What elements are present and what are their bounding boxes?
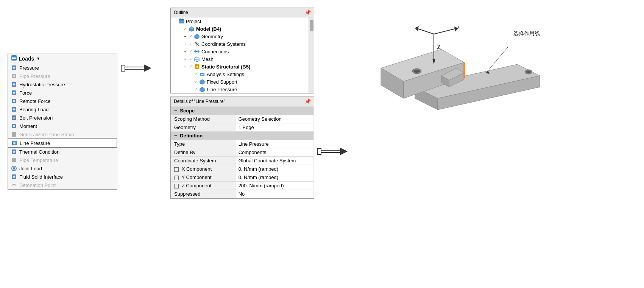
static-check: ✓ bbox=[189, 64, 192, 69]
tree-item-coords[interactable]: + ✓ Coordinate Systems bbox=[181, 40, 309, 48]
moment-icon bbox=[11, 123, 17, 129]
pipe-temp-label: Pipe Temperature bbox=[19, 157, 58, 163]
key-type: Type bbox=[171, 140, 235, 148]
key-scoping-method: Scoping Method bbox=[171, 115, 235, 123]
row-x-component: X Component 0. N/mm (ramped) bbox=[171, 165, 314, 173]
chinese-label: 选择作用线 bbox=[513, 30, 540, 37]
menu-item-joint-load[interactable]: Joint Load bbox=[8, 164, 117, 173]
tree-label-mesh: Mesh bbox=[201, 56, 214, 62]
row-y-component: Y Component 0. N/mm (ramped) bbox=[171, 173, 314, 182]
line-pressure-label: Line Pressure bbox=[20, 140, 50, 146]
pipe-pressure-label: Pipe Pressure bbox=[19, 73, 50, 79]
moment-label: Moment bbox=[19, 123, 37, 129]
val-define-by: Components bbox=[235, 148, 313, 157]
svg-point-26 bbox=[13, 167, 15, 170]
expand-coords[interactable]: + bbox=[183, 42, 187, 46]
menu-item-pipe-pressure[interactable]: Pipe Pressure bbox=[8, 72, 117, 80]
tree-item-geometry[interactable]: + ✓ Geometry bbox=[181, 33, 309, 40]
menu-item-bearing[interactable]: Bearing Load bbox=[8, 105, 117, 114]
menu-item-thermal[interactable]: Thermal Condition bbox=[8, 148, 117, 156]
menu-item-line-pressure[interactable]: Line Pressure bbox=[8, 139, 117, 148]
tree-item-model[interactable]: − ✓ Model (B4) bbox=[176, 25, 309, 33]
menu-item-pipe-temp[interactable]: Pipe Temperature bbox=[8, 156, 117, 164]
expand-definition[interactable]: − bbox=[174, 133, 177, 139]
line-pressure-icon bbox=[11, 140, 17, 146]
expand-model[interactable]: − bbox=[178, 27, 182, 31]
force-label: Force bbox=[19, 90, 32, 96]
fluid-solid-icon bbox=[11, 174, 17, 180]
svg-rect-37 bbox=[182, 19, 183, 20]
detonation-label: Detonation Point bbox=[19, 182, 56, 188]
checkbox-z[interactable] bbox=[174, 184, 179, 188]
section-definition: − Definition bbox=[171, 132, 314, 140]
expand-scope[interactable]: − bbox=[174, 108, 177, 114]
model-check: ✓ bbox=[184, 26, 187, 31]
geometry-check: ✓ bbox=[189, 34, 192, 39]
hydrostatic-label: Hydrostatic Pressure bbox=[19, 82, 65, 87]
val-y-component: 0. N/mm (ramped) bbox=[235, 173, 313, 182]
tree-item-fixed[interactable]: ✓ Fixed Support bbox=[187, 78, 309, 86]
tree-content: Project − ✓ Model (B4) bbox=[171, 17, 309, 93]
svg-rect-0 bbox=[11, 55, 17, 61]
loads-icon bbox=[11, 55, 17, 62]
menu-item-moment[interactable]: Moment bbox=[8, 122, 117, 130]
line-pressure-tree-icon bbox=[199, 86, 205, 92]
tree-label-connections: Connections bbox=[201, 49, 229, 54]
svg-marker-55 bbox=[200, 79, 204, 84]
hydrostatic-icon bbox=[11, 81, 17, 87]
val-geometry: 1 Edge bbox=[235, 123, 313, 132]
menu-item-fluid-solid[interactable]: Fluid Solid Interface bbox=[8, 173, 117, 181]
pressure-icon bbox=[11, 65, 17, 71]
val-x-component: 0. N/mm (ramped) bbox=[235, 165, 313, 173]
connections-check: ✓ bbox=[189, 49, 192, 54]
val-coord-system: Global Coordinate System bbox=[235, 157, 313, 165]
fixed-support-icon bbox=[199, 79, 205, 85]
menu-item-force[interactable]: Force bbox=[8, 89, 117, 97]
row-coord-system: Coordinate System Global Coordinate Syst… bbox=[171, 157, 314, 165]
svg-marker-56 bbox=[200, 87, 204, 92]
key-x-component: X Component bbox=[171, 165, 235, 173]
menu-item-remote-force[interactable]: Remote Force bbox=[8, 97, 117, 105]
arrow-2 bbox=[317, 144, 351, 159]
tree-item-analysis[interactable]: ✓ Analysis Settings bbox=[187, 70, 309, 78]
menu-item-hydrostatic[interactable]: Hydrostatic Pressure bbox=[8, 80, 117, 89]
bolt-label: Bolt Pretension bbox=[19, 115, 53, 121]
expand-static[interactable]: − bbox=[183, 65, 187, 69]
tree-item-line-pressure[interactable]: ✓ Line Pressure bbox=[187, 86, 309, 93]
row-z-component: Z Component 200. N/mm (ramped) bbox=[171, 182, 314, 190]
loads-panel: Loads ▼ Pressure bbox=[8, 53, 117, 190]
checkbox-x[interactable] bbox=[174, 167, 179, 172]
val-z-component: 200. N/mm (ramped) bbox=[235, 182, 313, 190]
expand-geometry[interactable]: + bbox=[183, 34, 187, 39]
tree-item-static[interactable]: − ✓ S Static Structural (B5) bbox=[181, 63, 309, 70]
svg-rect-24 bbox=[12, 158, 16, 162]
menu-item-bolt[interactable]: ⚙ Bolt Pretension bbox=[8, 114, 117, 122]
fixed-check: ✓ bbox=[194, 79, 198, 84]
loads-title: Loads bbox=[19, 56, 34, 62]
svg-text:x: x bbox=[457, 24, 460, 30]
menu-item-detonation[interactable]: Detonation Point bbox=[8, 181, 117, 189]
val-suppressed: No bbox=[235, 190, 313, 198]
expand-mesh[interactable]: + bbox=[183, 57, 187, 61]
tree-item-connections[interactable]: + ✓ Connections bbox=[181, 48, 309, 55]
val-type: Line Pressure bbox=[235, 140, 313, 148]
pin-icon[interactable]: 📌 bbox=[304, 9, 311, 16]
checkbox-y[interactable] bbox=[174, 176, 179, 180]
key-coord-system: Coordinate System bbox=[171, 157, 235, 165]
tree-item-project[interactable]: Project bbox=[171, 17, 309, 25]
loads-dropdown-arrow[interactable]: ▼ bbox=[36, 56, 40, 61]
details-pin-icon[interactable]: 📌 bbox=[304, 98, 311, 104]
plane-strain-icon bbox=[11, 131, 17, 137]
row-suppressed: Suppressed No bbox=[171, 190, 314, 198]
svg-rect-36 bbox=[179, 19, 181, 20]
pipe-temp-icon bbox=[11, 157, 17, 163]
loads-header[interactable]: Loads ▼ bbox=[8, 53, 117, 64]
outline-scrollbar[interactable] bbox=[309, 17, 314, 93]
line-pressure-check: ✓ bbox=[194, 87, 198, 92]
menu-item-plane-strain[interactable]: Generalized Plane Strain bbox=[8, 130, 117, 139]
outline-scroll-thumb[interactable] bbox=[310, 20, 313, 31]
expand-connections[interactable]: + bbox=[183, 50, 187, 54]
tree-item-mesh[interactable]: + ✓ Mesh bbox=[181, 55, 309, 63]
menu-item-pressure[interactable]: Pressure bbox=[8, 64, 117, 72]
force-icon bbox=[11, 90, 17, 96]
